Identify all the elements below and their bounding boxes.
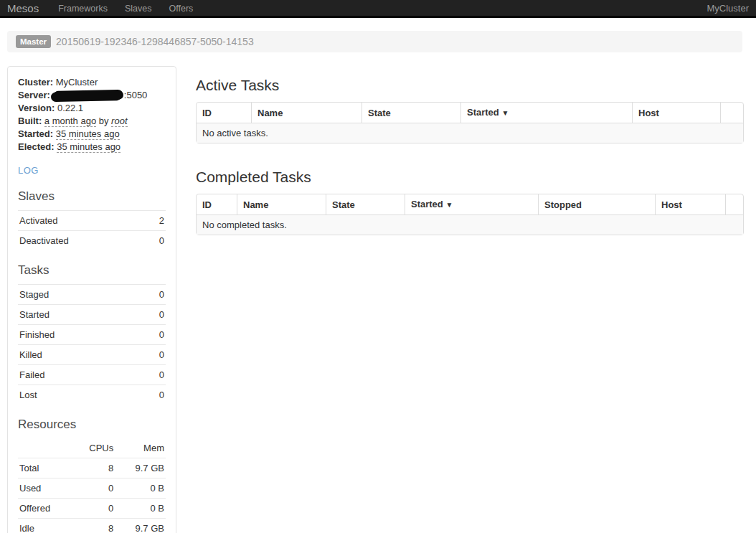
slaves-row-activated: Activated2 [18,211,166,231]
slaves-label: Deactivated [18,231,146,251]
built-user: root [111,115,127,127]
tasks-label: Killed [18,345,140,365]
column-header-id[interactable]: ID [197,103,251,123]
column-header-name[interactable]: Name [251,103,362,123]
tasks-row-failed: Failed0 [18,365,166,385]
slaves-heading: Slaves [18,189,166,204]
slaves-value: 2 [146,211,166,231]
navbar-cluster-name: MyCluster [707,3,749,14]
elected-time-ago: 35 minutes ago [57,141,121,153]
nav-menu: FrameworksSlavesOffers [49,1,202,14]
sort-desc-icon: ▼ [501,109,509,117]
resources-header-row: CPUsMem [18,438,166,458]
resources-header-mem: Mem [115,438,166,458]
main-content: Active Tasks IDNameStateStarted ▼Host No… [196,66,742,235]
tasks-row-finished: Finished0 [18,325,166,345]
column-header-id[interactable]: ID [197,194,237,214]
resources-mem-value: 0 B [115,478,166,499]
server-port: :5050 [124,90,148,100]
slaves-label: Activated [18,211,146,231]
slaves-row-deactivated: Deactivated0 [18,231,166,251]
completed-tasks-table: IDNameStateStarted ▼StoppedHost No compl… [196,194,744,235]
completed-empty-row: No completed tasks. [197,214,743,235]
column-header-host[interactable]: Host [655,194,725,214]
tasks-row-lost: Lost0 [18,385,166,405]
resources-row-idle: Idle89.7 GB [18,519,166,533]
column-header-host[interactable]: Host [632,103,720,123]
column-header-stopped[interactable]: Stopped [538,194,655,214]
built-info-line: Built: a month ago by root [18,115,166,128]
started-time-ago: 35 minutes ago [56,128,120,140]
nav-item-frameworks[interactable]: Frameworks [49,4,116,14]
resources-heading: Resources [18,418,166,432]
log-link[interactable]: LOG [18,165,39,176]
active-tasks-table: IDNameStateStarted ▼Host No active tasks… [196,102,744,143]
elected-label: Elected: [18,141,55,152]
resources-header-cpus: CPUs [72,438,115,458]
nav-item-offers[interactable]: Offers [160,4,202,14]
started-label: Started: [18,128,53,139]
tasks-label: Lost [18,385,140,405]
nav-item-slaves[interactable]: Slaves [116,4,161,14]
resources-label: Idle [18,519,72,533]
resources-label: Used [18,478,72,499]
column-header-state[interactable]: State [326,194,405,214]
resources-label: Offered [18,499,72,519]
tasks-value: 0 [140,365,166,385]
sidebar-panel: Cluster: MyCluster Server::5050 Version:… [7,66,176,533]
resources-row-offered: Offered00 B [18,499,166,519]
active-empty-row: No active tasks. [197,123,743,143]
version-info-line: Version: 0.22.1 [18,102,166,115]
tasks-value: 0 [140,345,166,365]
completed-empty-message: No completed tasks. [197,214,743,235]
column-header-name[interactable]: Name [237,194,326,214]
brand-link-mesos[interactable]: Mesos [7,2,39,14]
tasks-value: 0 [140,285,166,305]
resources-row-used: Used00 B [18,478,166,499]
tasks-value: 0 [140,325,166,345]
built-label: Built: [18,115,42,126]
column-header-started[interactable]: Started ▼ [460,103,632,123]
active-tasks-heading: Active Tasks [196,76,742,94]
version-label: Version: [18,103,55,113]
cluster-info-line: Cluster: MyCluster [18,76,166,89]
tasks-label: Started [18,305,140,325]
column-header-blank [720,103,743,123]
server-label: Server: [18,90,50,100]
active-empty-message: No active tasks. [197,123,743,143]
resources-label: Total [18,458,72,478]
tasks-row-staged: Staged0 [18,285,166,305]
resources-mem-value: 0 B [115,499,166,519]
built-by-text: by [99,115,109,126]
resources-cpus-value: 8 [72,458,115,478]
server-info-line: Server::5050 [18,89,166,102]
column-header-started[interactable]: Started ▼ [405,194,538,214]
resources-mem-value: 9.7 GB [115,458,166,478]
tasks-label: Finished [18,325,140,345]
slaves-value: 0 [146,231,166,251]
resources-cpus-value: 0 [72,499,115,519]
built-time-ago: a month ago [44,115,96,127]
master-badge: Master [16,35,51,48]
tasks-heading: Tasks [18,263,166,278]
tasks-row-started: Started0 [18,305,166,325]
resources-cpus-value: 8 [72,519,115,533]
tasks-label: Staged [18,285,140,305]
version-value: 0.22.1 [57,103,83,113]
resources-header-blank [18,438,72,458]
resources-row-total: Total89.7 GB [18,458,166,478]
top-navbar: Mesos FrameworksSlavesOffers MyCluster [0,0,756,18]
slaves-table: Activated2Deactivated0 [18,210,166,250]
resources-mem-value: 9.7 GB [115,519,166,533]
tasks-value: 0 [140,305,166,325]
started-info-line: Started: 35 minutes ago [18,128,166,141]
tasks-table: Staged0Started0Finished0Killed0Failed0Lo… [18,284,166,405]
tasks-row-killed: Killed0 [18,345,166,365]
tasks-label: Failed [18,365,140,385]
sort-desc-icon: ▼ [445,201,453,209]
completed-tasks-heading: Completed Tasks [196,168,742,186]
resources-cpus-value: 0 [72,478,115,499]
elected-info-line: Elected: 35 minutes ago [18,141,166,154]
column-header-state[interactable]: State [362,103,460,123]
tasks-value: 0 [140,385,166,405]
